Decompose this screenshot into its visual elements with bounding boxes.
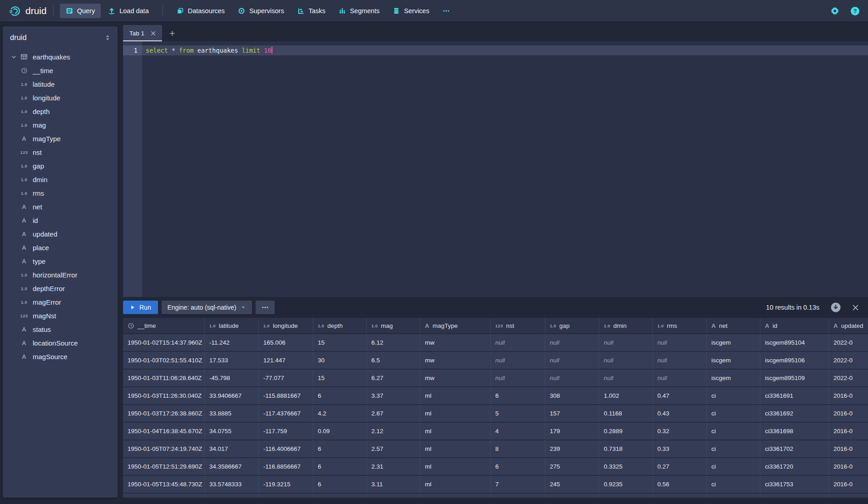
- table-cell[interactable]: 2022-0: [829, 352, 868, 369]
- table-cell[interactable]: null: [653, 370, 707, 386]
- table-cell[interactable]: null: [491, 370, 545, 386]
- sidebar-item-magtype[interactable]: AmagType: [3, 132, 118, 145]
- table-cell[interactable]: 1950-01-05T07:24:19.740Z: [123, 440, 205, 457]
- sidebar-item-magnst[interactable]: 123magNst: [3, 309, 118, 322]
- table-cell[interactable]: 34.017: [205, 440, 259, 457]
- table-cell[interactable]: 33.8885: [205, 405, 259, 422]
- table-cell[interactable]: -45.798: [205, 370, 259, 386]
- table-cell[interactable]: 2.67: [367, 405, 420, 422]
- table-cell[interactable]: ml: [420, 440, 491, 457]
- table-cell[interactable]: ci3361702: [760, 440, 829, 457]
- table-cell[interactable]: null: [491, 352, 545, 369]
- table-cell[interactable]: 3.37: [367, 387, 420, 404]
- table-cell[interactable]: 2016-0: [829, 423, 868, 440]
- table-cell[interactable]: null: [653, 334, 707, 351]
- table-cell[interactable]: 6.5: [367, 352, 420, 369]
- nav-item-load-data[interactable]: Load data: [102, 4, 155, 18]
- nav-item-query[interactable]: Query: [60, 4, 101, 18]
- table-cell[interactable]: 179: [545, 423, 599, 440]
- sidebar-item-time[interactable]: __time: [3, 64, 118, 77]
- table-cell[interactable]: null: [491, 334, 545, 351]
- table-cell[interactable]: 7: [491, 476, 545, 493]
- table-cell[interactable]: -119.3215: [259, 476, 313, 493]
- table-cell[interactable]: mw: [420, 370, 491, 386]
- column-header-rms[interactable]: 1.0rms: [653, 318, 707, 333]
- table-cell[interactable]: 33.5748333: [205, 476, 259, 493]
- table-cell[interactable]: mw: [420, 334, 491, 351]
- sidebar-item-gap[interactable]: 1.0gap: [3, 159, 118, 173]
- table-cell[interactable]: 245: [545, 476, 599, 493]
- table-cell[interactable]: 2.12: [367, 423, 420, 440]
- sidebar-item-locationsource[interactable]: AlocationSource: [3, 336, 118, 350]
- table-cell[interactable]: 0.1168: [599, 405, 653, 422]
- table-cell[interactable]: 165.006: [259, 334, 313, 351]
- table-cell[interactable]: 4: [491, 423, 545, 440]
- table-cell[interactable]: 0.27: [653, 458, 707, 475]
- table-cell[interactable]: 6: [491, 387, 545, 404]
- table-cell[interactable]: null: [599, 334, 653, 351]
- settings-button[interactable]: [830, 6, 839, 15]
- table-cell[interactable]: iscgem: [707, 334, 760, 351]
- column-header-dmin[interactable]: 1.0dmin: [599, 318, 653, 333]
- new-tab-button[interactable]: [162, 25, 182, 41]
- sidebar-item-deptherror[interactable]: 1.0depthError: [3, 282, 118, 295]
- sidebar-item-type[interactable]: Atype: [3, 254, 118, 268]
- table-cell[interactable]: ml: [420, 476, 491, 493]
- table-cell[interactable]: 2016-0: [829, 387, 868, 404]
- table-cell[interactable]: 2022-0: [829, 334, 868, 351]
- table-cell[interactable]: ci3361698: [760, 423, 829, 440]
- table-cell[interactable]: iscgem: [707, 352, 760, 369]
- table-cell[interactable]: 308: [545, 387, 599, 404]
- table-cell[interactable]: ci: [707, 405, 760, 422]
- table-cell[interactable]: -11.242: [205, 334, 259, 351]
- column-header-mag[interactable]: 1.0mag: [367, 318, 420, 333]
- close-results-button[interactable]: [852, 304, 859, 311]
- table-cell[interactable]: 2.57: [367, 440, 420, 457]
- table-cell[interactable]: 6: [313, 476, 367, 493]
- sql-code-line[interactable]: select * from earthquakes limit 10: [146, 45, 272, 55]
- table-cell[interactable]: 2016-0: [829, 476, 868, 493]
- sidebar-item-updated[interactable]: Aupdated: [3, 227, 118, 241]
- table-cell[interactable]: 15: [313, 370, 367, 386]
- column-header-magtype[interactable]: AmagType: [420, 318, 491, 333]
- table-cell[interactable]: -117.759: [259, 423, 313, 440]
- table-cell[interactable]: null: [653, 352, 707, 369]
- sql-editor[interactable]: 1 select * from earthquakes limit 10: [123, 41, 868, 297]
- run-more-options-button[interactable]: [256, 301, 275, 314]
- table-cell[interactable]: ci3361720: [760, 458, 829, 475]
- table-cell[interactable]: 121.447: [259, 352, 313, 369]
- table-cell[interactable]: 6: [313, 458, 367, 475]
- table-cell[interactable]: 0.43: [653, 405, 707, 422]
- close-tab-icon[interactable]: [151, 31, 156, 36]
- table-cell[interactable]: 1950-01-03T17:26:38.860Z: [123, 405, 205, 422]
- nav-item-tasks[interactable]: Tasks: [291, 4, 331, 18]
- column-header-longitude[interactable]: 1.0longitude: [259, 318, 313, 333]
- table-cell[interactable]: 275: [545, 458, 599, 475]
- table-cell[interactable]: -115.8881667: [259, 387, 313, 404]
- table-cell[interactable]: 0.7318: [599, 440, 653, 457]
- engine-select-button[interactable]: Engine: auto (sql-native): [162, 301, 252, 314]
- column-header-gap[interactable]: 1.0gap: [545, 318, 599, 333]
- table-cell[interactable]: 2016-0: [829, 405, 868, 422]
- table-cell[interactable]: ci: [707, 423, 760, 440]
- column-header-updated[interactable]: Aupdated: [829, 318, 868, 333]
- table-cell[interactable]: 4.2: [313, 405, 367, 422]
- table-cell[interactable]: 33.9406667: [205, 387, 259, 404]
- double-caret-vertical-icon[interactable]: [104, 34, 111, 41]
- sidebar-item-place[interactable]: Aplace: [3, 241, 118, 254]
- table-cell[interactable]: ci: [707, 387, 760, 404]
- table-cell[interactable]: 34.3586667: [205, 458, 259, 475]
- sidebar-item-nst[interactable]: 123nst: [3, 145, 118, 159]
- sidebar-item-rms[interactable]: 1.0rms: [3, 186, 118, 200]
- table-cell[interactable]: 2.31: [367, 458, 420, 475]
- table-cell[interactable]: 0.47: [653, 387, 707, 404]
- sidebar-item-id[interactable]: Aid: [3, 213, 118, 227]
- sidebar-item-magerror[interactable]: 1.0magError: [3, 295, 118, 309]
- table-cell[interactable]: ci: [707, 476, 760, 493]
- table-cell[interactable]: null: [545, 370, 599, 386]
- table-cell[interactable]: 6: [313, 387, 367, 404]
- sidebar-item-mag[interactable]: 1.0mag: [3, 118, 118, 132]
- table-cell[interactable]: 2022-0: [829, 370, 868, 386]
- table-cell[interactable]: 0.9235: [599, 476, 653, 493]
- table-cell[interactable]: 6: [313, 440, 367, 457]
